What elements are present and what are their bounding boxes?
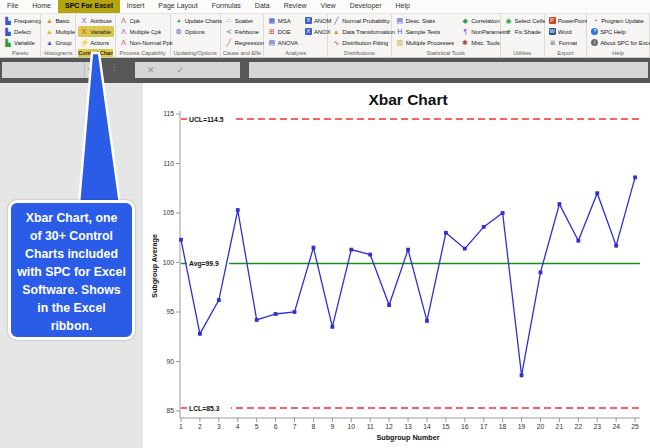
powerpoint-icon: P xyxy=(549,17,556,24)
button-process-capability-non-normal-ppk[interactable]: ΛNon-Normal Ppk xyxy=(118,37,175,48)
button-cause-and-effect-regression[interactable]: ╱Regression xyxy=(223,37,266,48)
button-histograms-group[interactable]: ▲Group xyxy=(43,37,77,48)
tab-developer[interactable]: Developer xyxy=(343,0,389,13)
button-label: Multiple Processes xyxy=(406,40,455,46)
ribbon-group-updating-options: ◕Update Charts⚙OptionsUpdating/Options xyxy=(171,14,221,57)
tab-file[interactable]: File xyxy=(0,0,25,13)
tab-page-layout[interactable]: Page Layout xyxy=(151,0,204,13)
button-cause-and-effect-scatter[interactable]: ∴Scatter xyxy=(223,15,266,26)
button-label: Cpk xyxy=(130,18,140,24)
button-label: Defect xyxy=(14,29,31,35)
formula-buttons: ✕ ✓ xyxy=(135,62,240,78)
button-updating-options-options[interactable]: ⚙Options xyxy=(173,26,224,37)
button-distributions-distribution-fitting[interactable]: ∿Distribution Fitting xyxy=(330,37,396,48)
y-tick-label: 100 xyxy=(163,259,175,266)
histogram-icon: ▲ xyxy=(45,28,53,36)
x-tick-label: 2 xyxy=(198,423,202,430)
button-distributions-normal-probability[interactable]: ╱Normal Probability xyxy=(330,15,396,26)
bar-chart-icon: ▙ xyxy=(4,17,12,25)
ribbon-group-utilities: ◉Select Cells✦Fix ShadeUtilities xyxy=(501,14,545,57)
x-tick-label: 12 xyxy=(385,423,393,430)
button-analysis-anova[interactable]: ▤ANOVA xyxy=(266,37,300,48)
button-help-about-spc-for-excel[interactable]: iAbout SPC for Excel xyxy=(589,37,650,48)
cancel-icon[interactable]: ✕ xyxy=(147,65,155,75)
data-point-marker xyxy=(198,332,202,336)
scatter-plot-icon: ∴ xyxy=(225,17,233,25)
data-point-marker xyxy=(330,325,334,329)
ribbon-group-cause-and-effect: ∴Scatter≺Fishbone╱RegressionCause and Ef… xyxy=(221,14,264,57)
button-label: Desc. Stats xyxy=(406,18,436,24)
button-statistical-tools-desc-stats[interactable]: ▤Desc. Stats xyxy=(394,15,457,26)
tab-home[interactable]: Home xyxy=(25,0,58,13)
excel-window: FileHomeSPC For ExcelInsertPage LayoutFo… xyxy=(0,0,650,448)
button-label: Distribution Fitting xyxy=(342,40,388,46)
button-export-word[interactable]: WWord xyxy=(547,26,590,37)
xbar-chart: Xbar ChartUCL=114.5LCL=85.3Avg=99.985909… xyxy=(143,83,650,448)
bar-chart-icon: ▙ xyxy=(4,39,12,47)
data-point-marker xyxy=(255,318,259,322)
tools-icon: ✱ xyxy=(461,39,469,47)
button-statistical-tools-multiple-processes[interactable]: ▥Multiple Processes xyxy=(394,37,457,48)
button-utilities-fix-shade[interactable]: ✦Fix Shade xyxy=(503,26,547,37)
button-control-charts-attribute[interactable]: XAttribute xyxy=(78,15,113,26)
correlation-icon: ◆ xyxy=(461,17,469,25)
button-label: Correlation xyxy=(471,18,499,24)
x-tick-label: 5 xyxy=(255,423,259,430)
button-help-program-update[interactable]: ◔Program Update xyxy=(589,15,650,26)
button-label: SPC Help xyxy=(600,29,626,35)
callout-pointer xyxy=(70,50,130,208)
grid-icon: ▦ xyxy=(268,17,276,25)
button-pareto-variable[interactable]: ▙Variable xyxy=(2,37,43,48)
button-histograms-basic[interactable]: ▲Basic xyxy=(43,15,77,26)
group-label-utilities: Utilities xyxy=(503,49,542,57)
button-utilities-select-cells[interactable]: ◉Select Cells xyxy=(503,15,547,26)
x-tick-label: 9 xyxy=(330,423,334,430)
lcl-label: LCL=85.3 xyxy=(189,405,220,412)
tab-help[interactable]: Help xyxy=(389,0,417,13)
ribbon-group-distributions: ╱Normal Probability▲Data Transformation∿… xyxy=(328,14,391,57)
button-label: ANOVA xyxy=(278,40,298,46)
tab-spc-for-excel[interactable]: SPC For Excel xyxy=(58,0,120,13)
control-chart-icon: X xyxy=(80,17,88,25)
y-tick-label: 115 xyxy=(163,110,174,117)
button-export-powerpoint[interactable]: PPowerPoint xyxy=(547,15,590,26)
tab-view[interactable]: View xyxy=(314,0,343,13)
tab-data[interactable]: Data xyxy=(248,0,277,13)
button-control-charts-actions[interactable]: ⚡Actions xyxy=(78,37,113,48)
button-control-charts-variable[interactable]: XVariable xyxy=(78,26,113,37)
enter-icon[interactable]: ✓ xyxy=(177,65,185,75)
xbar-chart-panel[interactable]: Xbar ChartUCL=114.5LCL=85.3Avg=99.985909… xyxy=(143,83,650,448)
button-analysis-msa[interactable]: ▦MSA xyxy=(266,15,300,26)
tab-review[interactable]: Review xyxy=(277,0,314,13)
doe-grid-icon: ⊞ xyxy=(268,28,276,36)
button-label: Word xyxy=(558,29,572,35)
button-process-capability-cpk[interactable]: ΛCpk xyxy=(118,15,175,26)
button-analysis-doe[interactable]: ⊞DOE xyxy=(266,26,300,37)
trend-line-icon: ╱ xyxy=(225,39,233,47)
y-tick-label: 90 xyxy=(166,358,174,365)
x-tick-label: 4 xyxy=(236,423,240,430)
ucl-label: UCL=114.5 xyxy=(189,116,224,123)
stats-table-icon: ▤ xyxy=(396,17,404,25)
formula-input[interactable] xyxy=(249,62,648,78)
button-help-spc-help[interactable]: ?SPC Help xyxy=(589,26,650,37)
button-pareto-frequency[interactable]: ▙Frequency xyxy=(2,15,43,26)
y-tick-label: 105 xyxy=(163,209,175,216)
button-statistical-tools-sample-tests[interactable]: HSample Tests xyxy=(394,26,457,37)
x-tick-label: 17 xyxy=(480,423,488,430)
button-distributions-data-transformation[interactable]: ▲Data Transformation xyxy=(330,26,396,37)
data-point-marker xyxy=(482,225,486,229)
button-export-format[interactable]: ≣Format xyxy=(547,37,590,48)
button-updating-options-update-charts[interactable]: ◕Update Charts xyxy=(173,15,224,26)
button-pareto-defect[interactable]: ▙Defect xyxy=(2,26,43,37)
button-process-capability-multiple-cpk[interactable]: ΛMultiple Cpk xyxy=(118,26,175,37)
button-cause-and-effect-fishbone[interactable]: ≺Fishbone xyxy=(223,26,266,37)
button-label: Sample Tests xyxy=(406,29,441,35)
data-point-marker xyxy=(576,239,580,243)
ribbon-group-analysis: ▦MSA⊞DOE▤ANOVAXANOMXANOXAnalysis xyxy=(264,14,328,57)
button-histograms-multiple[interactable]: ▲Multiple xyxy=(43,26,77,37)
tab-insert[interactable]: Insert xyxy=(120,0,152,13)
button-label: Fishbone xyxy=(235,29,259,35)
button-label: Format xyxy=(559,40,577,46)
tab-formulas[interactable]: Formulas xyxy=(205,0,248,13)
